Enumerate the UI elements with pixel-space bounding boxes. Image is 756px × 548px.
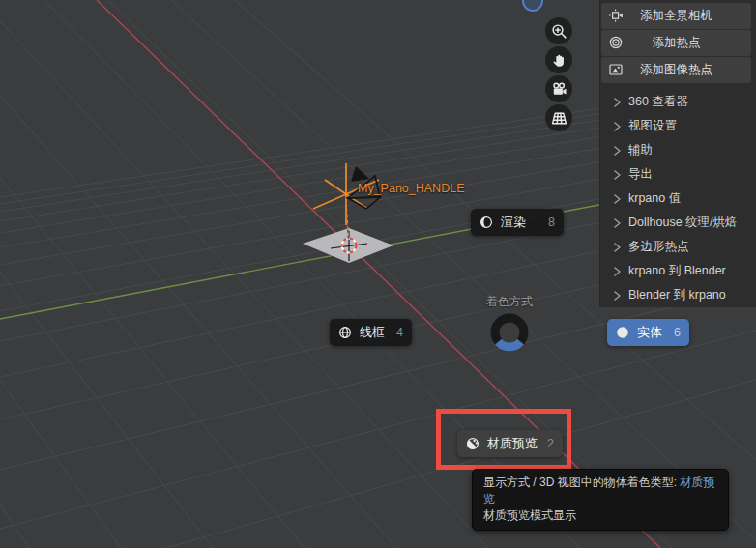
shading-rendered-icon: [480, 216, 493, 229]
krpano-panel: 添加全景相机 添加热点 添加图像热点: [599, 0, 756, 307]
section-polygon-hotspot[interactable]: 多边形热点: [600, 235, 756, 259]
add-pano-camera-label: 添加全景相机: [640, 8, 712, 24]
chevron-right-icon: [613, 169, 622, 181]
chevron-right-icon: [613, 193, 622, 205]
panel-sections: 360 查看器 视图设置 辅助 导出 krpano 值 Dollhouse 纹理…: [600, 90, 756, 307]
camera-view-button[interactable]: [545, 75, 572, 102]
chevron-right-icon: [613, 290, 622, 302]
annotation-highlight-rect: [436, 409, 571, 470]
section-dollhouse-bake[interactable]: Dollhouse 纹理/烘焙: [600, 211, 756, 235]
pan-button[interactable]: [545, 46, 572, 73]
zoom-button[interactable]: [545, 17, 572, 44]
tooltip: 显示方式 / 3D 视图中的物体着色类型: 材质预览 材质预览模式显示: [472, 469, 729, 531]
pan-hand-icon: [551, 52, 567, 69]
add-image-hotspot-icon: [608, 62, 624, 77]
section-blender-to-krpano[interactable]: Blender 到 krpano: [600, 283, 756, 307]
chevron-right-icon: [613, 145, 622, 157]
pie-item-rendered[interactable]: 渲染 8: [471, 209, 564, 236]
add-image-hotspot-label: 添加图像热点: [640, 62, 712, 78]
pie-menu-title: 着色方式: [471, 294, 548, 310]
pie-item-hotkey: 8: [548, 216, 555, 229]
chevron-right-icon: [613, 266, 622, 277]
section-krpano-to-blender[interactable]: krpano 到 Blender: [600, 259, 756, 283]
section-360-viewer[interactable]: 360 查看器: [600, 90, 756, 114]
add-hotspot-button[interactable]: 添加热点: [601, 30, 751, 56]
pie-item-label: 实体: [637, 324, 662, 341]
zoom-icon: [551, 23, 567, 40]
section-krpano-values[interactable]: krpano 值: [600, 187, 756, 211]
section-assist[interactable]: 辅助: [600, 138, 756, 162]
pie-item-hotkey: 6: [674, 326, 681, 339]
pie-item-label: 线框: [360, 324, 385, 341]
shading-solid-icon: [616, 326, 629, 339]
add-pano-camera-button[interactable]: 添加全景相机: [601, 3, 751, 29]
add-hotspot-icon: [608, 35, 624, 50]
perspective-grid-icon: [551, 110, 567, 127]
add-image-hotspot-button[interactable]: 添加图像热点: [601, 57, 751, 83]
section-export[interactable]: 导出: [600, 162, 756, 187]
chevron-right-icon: [613, 97, 622, 108]
chevron-right-icon: [613, 121, 622, 132]
chevron-right-icon: [613, 217, 622, 229]
pie-item-hotkey: 4: [396, 326, 403, 339]
pie-item-label: 渲染: [501, 214, 526, 231]
pie-item-wireframe[interactable]: 线框 4: [330, 319, 412, 346]
pie-item-solid[interactable]: 实体 6: [607, 319, 689, 346]
perspective-toggle-button[interactable]: [545, 104, 572, 131]
tooltip-line2: 材质预览模式显示: [483, 507, 717, 524]
tooltip-line1: 显示方式 / 3D 视图中的物体着色类型: 材质预览: [483, 475, 717, 507]
blender-3d-viewport: My_Pano_HANDLE: [0, 0, 756, 548]
x-axis-line: [97, 0, 660, 548]
add-pano-camera-icon: [608, 8, 624, 23]
shading-wireframe-icon: [338, 326, 352, 339]
chevron-right-icon: [613, 242, 622, 253]
object-name-label: My_Pano_HANDLE: [358, 182, 464, 195]
add-hotspot-label: 添加热点: [653, 35, 701, 51]
camera-view-icon: [551, 81, 567, 98]
pie-menu-direction-ring: [486, 309, 533, 356]
section-view-settings[interactable]: 视图设置: [600, 114, 756, 138]
